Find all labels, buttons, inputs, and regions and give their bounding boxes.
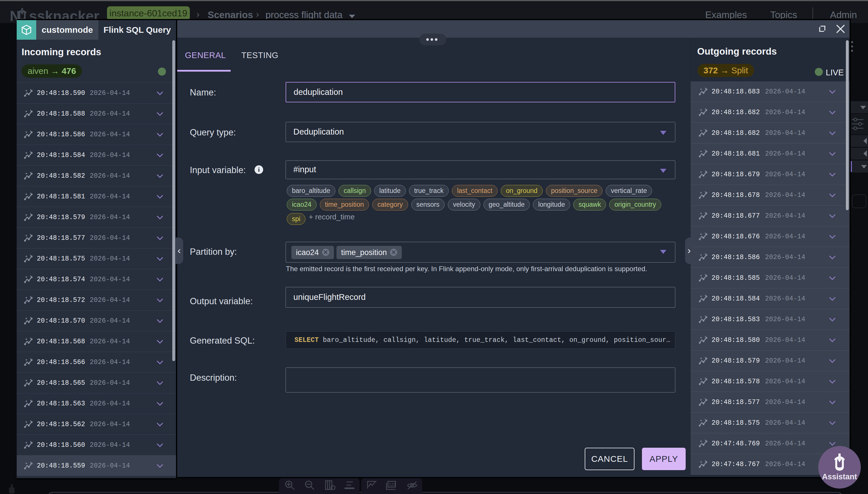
- svg-text:123: 123: [389, 482, 396, 487]
